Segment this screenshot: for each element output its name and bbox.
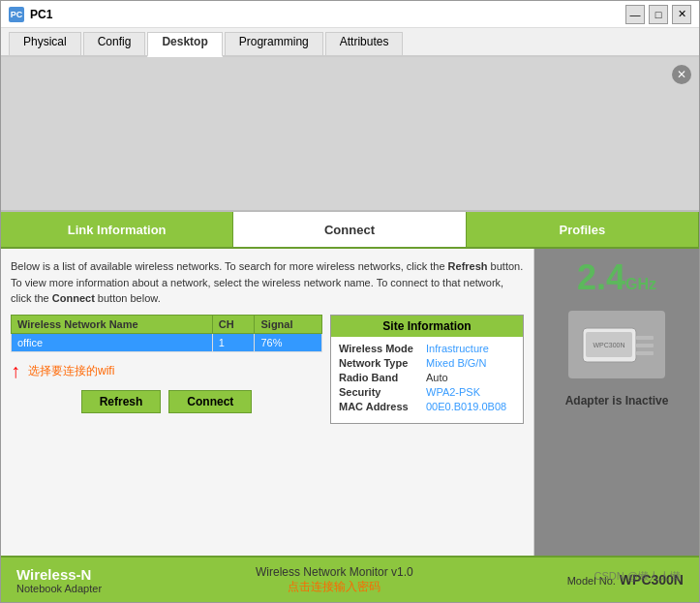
bottom-monitor: Wireless Network Monitor v1.0 [256,565,413,579]
tab-programming[interactable]: Programming [225,32,323,55]
site-info: Site Information Wireless Mode Infrastru… [330,315,524,424]
app-gray-area: ✕ [1,57,699,212]
network-name-cell: office [12,333,213,351]
adapter-image: WPC300N [568,311,665,378]
red-arrow-icon: ↑ [11,360,20,382]
label-mac: MAC Address [339,401,426,412]
refresh-bold: Refresh [448,260,488,272]
adapter-status: Adapter is Inactive [565,394,669,407]
left-table-area: Wireless Network Name CH Signal office 1… [11,315,322,424]
title-bar-controls: — □ ✕ [625,5,691,24]
maximize-button[interactable]: □ [649,5,668,24]
window-title: PC1 [30,8,52,21]
left-content: Wireless Network Name CH Signal office 1… [11,315,524,424]
main-window: PC PC1 — □ ✕ Physical Config Desktop Pro… [0,0,700,603]
bottom-monitor-area: Wireless Network Monitor v1.0 点击连接输入密码 [256,565,413,595]
annotation2-chinese: 点击连接输入密码 [288,579,380,595]
network-table: Wireless Network Name CH Signal office 1… [11,315,322,352]
connect-button[interactable]: Connect [168,390,252,413]
table-row[interactable]: office 1 76% [12,333,322,351]
col-network-name: Wireless Network Name [12,315,213,333]
col-signal: Signal [255,315,322,333]
site-info-header: Site Information [331,316,523,337]
bottom-sub: Notebook Adapter [16,583,102,594]
bottom-brand-area: Wireless-N Notebook Adapter [16,566,102,594]
tab-link-information[interactable]: Link Information [1,212,233,247]
value-network-type: Mixed B/G/N [426,357,486,369]
label-wireless-mode: Wireless Mode [339,343,426,354]
svg-rect-2 [636,344,654,347]
refresh-button[interactable]: Refresh [81,390,162,413]
bottom-bar-left: Wireless-N Notebook Adapter [16,566,102,594]
minimize-button[interactable]: — [625,5,645,24]
col-ch: CH [212,315,255,333]
value-radio-band: Auto [426,372,448,383]
value-security: WPA2-PSK [426,386,480,398]
bottom-buttons: Refresh Connect [11,390,322,413]
close-button[interactable]: ✕ [672,5,691,24]
tab-config[interactable]: Config [83,32,146,55]
label-network-type: Network Type [339,357,426,369]
adapter-svg: WPC300N [578,318,655,372]
watermark: CSDN @懒人人懒 [594,569,681,584]
description-text: Below is a list of available wireless ne… [11,258,524,307]
annotation-chinese: 选择要连接的wifi [28,363,114,379]
ch-cell: 1 [212,333,255,351]
right-panel: 2.4 GHz WPC300N Adapter is Inactive [534,249,699,556]
label-radio-band: Radio Band [339,372,426,383]
main-panel: Below is a list of available wireless ne… [1,249,699,556]
svg-rect-1 [636,336,654,340]
site-info-row-0: Wireless Mode Infrastructure [339,343,515,354]
title-bar-left: PC PC1 [9,7,52,22]
freq-number: 2.4 [577,260,625,295]
title-bar: PC PC1 — □ ✕ [1,1,699,28]
freq-unit: GHz [625,276,656,293]
tab-bar: Physical Config Desktop Programming Attr… [1,28,699,57]
window-icon: PC [9,7,24,22]
site-info-row-2: Radio Band Auto [339,372,515,383]
green-tab-bar: Link Information Connect Profiles [1,212,699,249]
site-info-row-3: Security WPA2-PSK [339,386,515,398]
value-wireless-mode: Infrastructure [426,343,489,354]
left-panel: Below is a list of available wireless ne… [1,249,534,556]
connect-bold: Connect [52,292,95,304]
site-info-row-1: Network Type Mixed B/G/N [339,357,515,369]
annotation-area: ↑ 选择要连接的wifi [11,360,322,382]
tab-connect[interactable]: Connect [233,212,466,247]
content-area: ✕ Link Information Connect Profiles Belo… [1,57,699,556]
value-mac: 00E0.B019.0B08 [426,401,506,412]
label-security: Security [339,386,426,398]
svg-rect-3 [636,351,654,355]
close-circle-button[interactable]: ✕ [672,65,691,84]
site-info-row-4: MAC Address 00E0.B019.0B08 [339,401,515,412]
site-info-panel: Site Information Wireless Mode Infrastru… [330,315,524,424]
freq-display: 2.4 GHz [577,260,656,295]
tab-profiles[interactable]: Profiles [467,212,699,247]
signal-cell: 76% [255,333,322,351]
tab-attributes[interactable]: Attributes [325,32,404,55]
tab-physical[interactable]: Physical [9,32,81,55]
svg-text:WPC300N: WPC300N [593,342,624,348]
bottom-brand: Wireless-N [16,566,102,583]
tab-desktop[interactable]: Desktop [147,32,222,57]
